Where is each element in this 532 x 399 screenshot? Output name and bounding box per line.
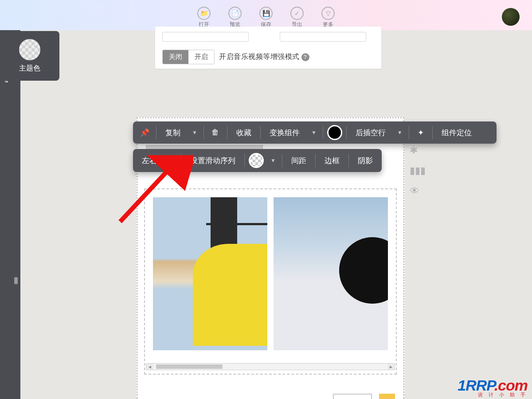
favorite-button[interactable]: 收藏 [229, 121, 258, 144]
open-button[interactable]: 📁 打开 [191, 7, 217, 28]
settings-input-2[interactable] [280, 32, 366, 42]
user-avatar[interactable] [502, 8, 520, 26]
trash-icon[interactable]: 🗑 [206, 128, 225, 137]
top-toolbar: 📁 打开 📄 预览 💾 保存 ✓ 导出 ▽ 更多 [0, 0, 532, 30]
more-button[interactable]: ▽ 更多 [315, 7, 341, 28]
canvas-footer-buttons [333, 394, 395, 399]
sparkle-icon[interactable]: ✱ [410, 145, 426, 156]
component-toolbar-sub: 左右滑动 设置滑动序列 ▼ 间距 边框 阴影 [133, 149, 382, 172]
enhance-toggle[interactable]: 关闭 开启 [162, 50, 215, 64]
pin-icon[interactable]: 📌 [135, 128, 154, 137]
footer-button-1[interactable] [333, 394, 372, 399]
bg-dropdown-icon[interactable]: ▼ [266, 157, 280, 164]
watermark: 1RRP.com 设 计 小 助 手 [458, 377, 528, 398]
transparent-swatch-icon [19, 39, 40, 60]
save-icon: 💾 [259, 7, 273, 20]
shadow-button[interactable]: 阴影 [351, 149, 380, 172]
theme-color-panel[interactable]: 主题色 [0, 31, 59, 81]
slider-horizontal-scrollbar[interactable]: ◄ ► [146, 363, 395, 370]
insert-row-after-button[interactable]: 后插空行 [348, 121, 393, 144]
scrollbar-thumb[interactable] [14, 277, 18, 284]
transparent-bg-icon [249, 153, 264, 168]
border-button[interactable]: 边框 [317, 149, 347, 172]
sidebar-scrollbar[interactable] [14, 106, 18, 284]
more-icon: ▽ [321, 7, 335, 20]
transform-dropdown-icon[interactable]: ▼ [307, 129, 321, 136]
slide-lr-button[interactable]: 左右滑动 [135, 149, 179, 172]
canvas-right-rail: ✱ ▮▮▮ 👁 [410, 145, 426, 197]
slide-image-2[interactable] [274, 197, 388, 350]
enhance-hint: 开启音乐视频等增强模式 ? [219, 52, 309, 62]
insert-dropdown-icon[interactable]: ▼ [393, 129, 407, 136]
help-icon[interactable]: ? [301, 53, 309, 61]
slider-component[interactable] [144, 188, 397, 375]
settings-input-1[interactable] [162, 32, 249, 42]
bg-chip[interactable] [246, 153, 266, 168]
color-chip[interactable] [325, 125, 344, 140]
set-slide-sequence-button[interactable]: 设置滑动序列 [183, 149, 243, 172]
stats-icon[interactable]: ▮▮▮ [410, 165, 426, 176]
eye-icon[interactable]: 👁 [410, 185, 426, 197]
doc-icon: 📄 [228, 7, 242, 20]
component-toolbar-main: 📌 复制 ▼ 🗑 收藏 变换组件 ▼ 后插空行 ▼ ✦ 组件定位 [133, 121, 497, 144]
toggle-off-button[interactable]: 关闭 [163, 50, 188, 64]
black-color-icon [327, 125, 342, 140]
folder-icon: 📁 [197, 7, 211, 20]
footer-button-2[interactable] [379, 394, 395, 399]
export-icon: ✓ [290, 7, 304, 20]
enhance-settings-card: 关闭 开启 开启音乐视频等增强模式 ? [155, 27, 381, 69]
copy-dropdown-icon[interactable]: ▼ [188, 129, 202, 136]
spacing-button[interactable]: 间距 [284, 149, 313, 172]
theme-color-label: 主题色 [19, 64, 40, 73]
copy-button[interactable]: 复制 [158, 121, 188, 144]
scroll-thumb[interactable] [156, 364, 223, 369]
toggle-on-button[interactable]: 开启 [188, 50, 214, 64]
locate-component-button[interactable]: 组件定位 [434, 121, 479, 144]
scroll-right-icon[interactable]: ► [387, 364, 395, 370]
slide-image-1[interactable] [153, 197, 267, 350]
transform-button[interactable]: 变换组件 [262, 121, 307, 144]
export-button[interactable]: ✓ 导出 [284, 7, 310, 28]
save-button[interactable]: 💾 保存 [253, 7, 279, 28]
magic-icon[interactable]: ✦ [411, 128, 430, 137]
preview-button[interactable]: 📄 预览 [222, 7, 248, 28]
scroll-left-icon[interactable]: ◄ [146, 364, 153, 370]
